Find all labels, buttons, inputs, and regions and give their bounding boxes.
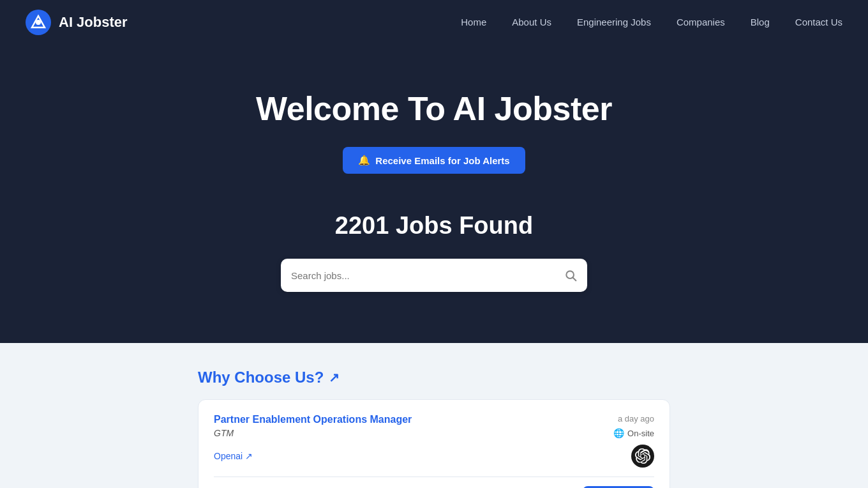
- nav-companies[interactable]: Companies: [677, 17, 725, 27]
- search-wrapper: [13, 259, 855, 292]
- location-type-label: On-site: [627, 429, 654, 438]
- bell-icon: 🔔: [358, 155, 370, 166]
- openai-icon: [635, 448, 650, 464]
- nav-engineering-jobs[interactable]: Engineering Jobs: [577, 17, 651, 27]
- email-alerts-label: Receive Emails for Job Alerts: [375, 155, 509, 166]
- nav-about[interactable]: About Us: [512, 17, 551, 27]
- logo-icon: [26, 10, 51, 35]
- nav-blog[interactable]: Blog: [751, 17, 770, 27]
- company-link[interactable]: Openai ↗: [214, 451, 253, 461]
- svg-line-4: [573, 278, 576, 281]
- logo-text: AI Jobster: [59, 14, 128, 31]
- section-title-text: Why Choose Us?: [198, 369, 324, 386]
- globe-icon: 🌐: [613, 428, 624, 438]
- logo-area: AI Jobster: [26, 10, 128, 35]
- search-button[interactable]: [564, 269, 577, 282]
- external-link-icon: ↗: [329, 370, 340, 385]
- job-title[interactable]: Partner Enablement Operations Manager: [214, 414, 412, 425]
- job-card: Partner Enablement Operations Manager a …: [198, 399, 670, 488]
- nav-home[interactable]: Home: [461, 17, 486, 27]
- hero-title: Welcome To AI Jobster: [13, 89, 855, 128]
- navbar: AI Jobster Home About Us Engineering Job…: [0, 0, 868, 45]
- job-card-header: Partner Enablement Operations Manager a …: [214, 414, 654, 425]
- hero-section: Welcome To AI Jobster 🔔 Receive Emails f…: [0, 45, 868, 343]
- main-content: Why Choose Us? ↗ Partner Enablement Oper…: [185, 343, 683, 488]
- job-category: GTM: [214, 428, 234, 438]
- company-logo: [631, 445, 654, 468]
- search-bar: [281, 259, 587, 292]
- job-time: a day ago: [618, 414, 654, 423]
- search-icon: [564, 269, 577, 282]
- search-input[interactable]: [291, 270, 564, 281]
- company-external-icon: ↗: [245, 451, 253, 461]
- job-location-type: 🌐 On-site: [613, 428, 654, 438]
- svg-point-2: [36, 20, 41, 25]
- job-card-sub: GTM 🌐 On-site: [214, 428, 654, 438]
- email-alerts-button[interactable]: 🔔 Receive Emails for Job Alerts: [343, 147, 525, 174]
- nav-contact[interactable]: Contact Us: [795, 17, 842, 27]
- card-divider: [214, 477, 654, 477]
- nav-links: Home About Us Engineering Jobs Companies…: [461, 17, 842, 28]
- company-name: Openai: [214, 451, 243, 461]
- section-title: Why Choose Us? ↗: [198, 369, 670, 386]
- jobs-found-count: 2201 Jobs Found: [13, 212, 855, 240]
